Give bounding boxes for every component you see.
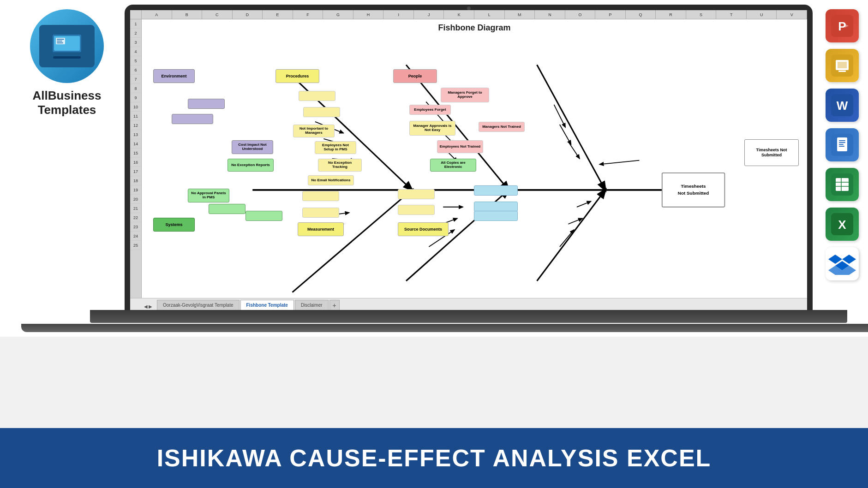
src-sub-box-3 <box>474 211 518 221</box>
google-docs-icon[interactable] <box>826 128 859 161</box>
row-numbers: 1 2 3 4 5 6 7 8 9 10 11 12 13 14 <box>130 19 142 298</box>
svg-rect-21 <box>839 144 844 145</box>
tab-left-arrow[interactable]: ◀ <box>144 304 148 309</box>
col-D[interactable]: D <box>233 10 263 19</box>
row-10: 10 <box>130 102 141 112</box>
employees-forget-box: Employees Forget <box>409 105 451 115</box>
employees-not-setup-pms-box: Employees Not Setup in PMS <box>315 141 356 154</box>
svg-rect-20 <box>839 142 845 143</box>
src-yellow-sub-1 <box>398 189 435 199</box>
row-6: 6 <box>130 65 141 75</box>
source-documents-box: Source Documents <box>398 222 449 236</box>
col-N[interactable]: N <box>535 10 565 19</box>
col-R[interactable]: R <box>656 10 686 19</box>
row-7: 7 <box>130 75 141 84</box>
svg-rect-7 <box>53 56 81 59</box>
svg-line-62 <box>577 201 591 207</box>
svg-line-54 <box>599 161 639 165</box>
col-I[interactable]: I <box>383 10 414 19</box>
dropbox-icon[interactable] <box>826 247 859 280</box>
tab-add-button[interactable]: + <box>329 300 340 310</box>
svg-line-41 <box>537 65 605 190</box>
svg-text:X: X <box>838 218 846 232</box>
col-B[interactable]: B <box>172 10 203 19</box>
svg-line-42 <box>293 190 412 292</box>
camera-dot <box>467 6 471 10</box>
google-slides-icon[interactable] <box>826 49 859 82</box>
row-18: 18 <box>130 176 141 185</box>
logo-inner <box>39 25 95 67</box>
tab-oorzaak[interactable]: Oorzaak-GevolgVisgraat Template <box>157 300 239 310</box>
row-5: 5 <box>130 56 141 65</box>
meas-sub-box-2 <box>302 208 339 218</box>
svg-rect-24 <box>836 178 849 191</box>
svg-rect-14 <box>838 71 846 72</box>
systems-sub-box-2 <box>245 211 282 221</box>
svg-rect-3 <box>57 39 64 40</box>
env-sub-box-1 <box>188 99 225 109</box>
right-icons-panel: P W X <box>826 9 859 280</box>
corner-cell <box>130 10 142 19</box>
col-G[interactable]: G <box>323 10 353 19</box>
col-C[interactable]: C <box>202 10 233 19</box>
laptop-screen-inner: A B C D E F G H I J K L M N O P Q <box>130 10 807 310</box>
col-L[interactable]: L <box>474 10 505 19</box>
col-Q[interactable]: Q <box>626 10 656 19</box>
col-T[interactable]: T <box>716 10 747 19</box>
laptop-icon <box>48 32 85 60</box>
col-P[interactable]: P <box>595 10 626 19</box>
logo-title: AllBusiness Templates <box>33 89 102 117</box>
col-V[interactable]: V <box>777 10 807 19</box>
svg-line-51 <box>554 105 566 127</box>
proc-sub-box-2 <box>303 107 340 117</box>
svg-text:Not Submitted: Not Submitted <box>678 190 709 196</box>
col-O[interactable]: O <box>565 10 596 19</box>
row-2: 2 <box>130 29 141 38</box>
svg-rect-22 <box>839 146 844 147</box>
banner-text: ISHIKAWA CAUSE-EFFECT ANALYSIS EXCEL <box>157 444 712 472</box>
col-U[interactable]: U <box>747 10 777 19</box>
row-14: 14 <box>130 139 141 149</box>
col-S[interactable]: S <box>686 10 717 19</box>
svg-text:Timesheets: Timesheets <box>681 184 706 189</box>
word-icon[interactable]: W <box>826 89 859 122</box>
no-email-notifications-box: No Email Notifications <box>308 175 354 185</box>
tab-disclaimer[interactable]: Disclaimer <box>295 300 329 310</box>
col-A[interactable]: A <box>142 10 172 19</box>
no-exception-reports-box: No Exception Reports <box>227 159 274 172</box>
svg-line-60 <box>560 230 574 247</box>
col-F[interactable]: F <box>293 10 323 19</box>
procedures-box: Procedures <box>275 69 319 83</box>
excel-icon[interactable]: X <box>826 208 859 241</box>
people-box: People <box>393 69 437 83</box>
column-headers: A B C D E F G H I J K L M N O P Q <box>130 10 807 19</box>
src-sub-box-2 <box>474 202 518 212</box>
powerpoint-icon[interactable]: P <box>826 9 859 42</box>
timesheets-not-submitted-box: Timesheets Not Submitted <box>744 139 799 166</box>
tab-fishbone[interactable]: Fishbone Template <box>240 300 294 310</box>
manager-approvals-not-easy-box: Manager Approvals is Not Easy <box>409 121 455 136</box>
col-K[interactable]: K <box>444 10 474 19</box>
excel-tabs-bar: ◀ ▶ Oorzaak-GevolgVisgraat Template Fish… <box>130 298 807 310</box>
systems-sub-box-1 <box>209 204 245 214</box>
col-M[interactable]: M <box>505 10 535 19</box>
row-3: 3 <box>130 38 141 47</box>
col-E[interactable]: E <box>263 10 293 19</box>
cost-impact-box: Cost Impact Not Understood <box>232 140 273 154</box>
col-J[interactable]: J <box>414 10 444 19</box>
laptop-container: A B C D E F G H I J K L M N O P Q <box>125 5 813 332</box>
row-25: 25 <box>130 241 141 250</box>
svg-rect-19 <box>839 140 845 141</box>
row-11: 11 <box>130 112 141 121</box>
row-17: 17 <box>130 167 141 176</box>
environment-box: Environment <box>153 69 195 83</box>
google-sheets-icon[interactable] <box>826 168 859 201</box>
no-exception-tracking-box: No Exception Tracking <box>318 159 362 172</box>
not-important-managers-box: Not Important to Managers <box>293 125 335 137</box>
fishbone-diagram-area: Fishbone Diagram Timesheets Not Submitte… <box>142 19 807 298</box>
row-20: 20 <box>130 195 141 204</box>
logo-area: AllBusiness Templates <box>9 9 125 117</box>
col-H[interactable]: H <box>353 10 384 19</box>
row-9: 9 <box>130 93 141 102</box>
tab-right-arrow[interactable]: ▶ <box>149 304 152 309</box>
